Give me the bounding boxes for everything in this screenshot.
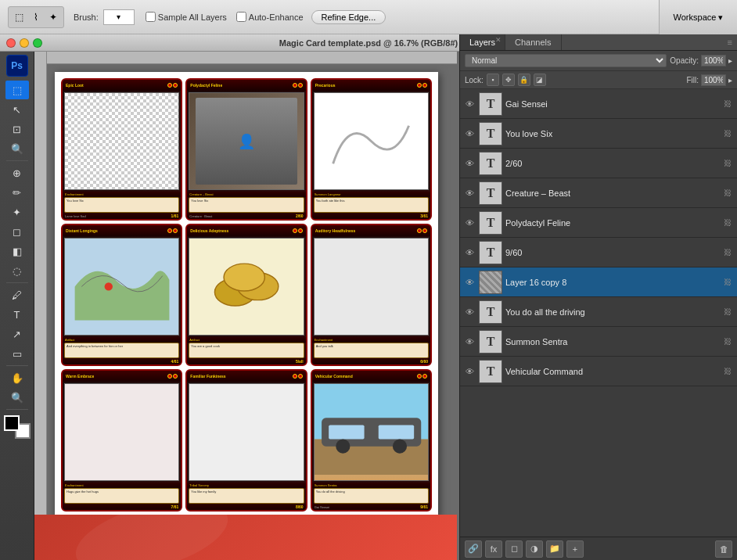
blend-mode-select[interactable]: Normal	[465, 54, 667, 67]
sample-all-layers-option[interactable]: Sample All Layers	[146, 12, 227, 22]
lock-transparent-icon[interactable]: ◪	[534, 74, 546, 86]
card-6-pt: 6/60	[420, 359, 428, 364]
crop-tool[interactable]: ⊡	[5, 120, 29, 138]
layer-eye-layer-copy[interactable]: 👁	[463, 276, 476, 289]
new-group-button[interactable]: 📁	[546, 540, 563, 558]
layer-eye-vehicular-command[interactable]: 👁	[463, 365, 476, 378]
new-layer-button[interactable]: +	[566, 540, 584, 558]
tool-separator-2	[6, 282, 28, 283]
brush-size-selector[interactable]: ▾	[103, 9, 135, 25]
lock-position-icon[interactable]: ✥	[502, 74, 515, 86]
tab-layers[interactable]: Layers ✕	[460, 34, 505, 50]
workspace-button[interactable]: Workspace ▾	[659, 0, 737, 34]
magic-wand-tool[interactable]: ✦	[45, 9, 62, 26]
mana-sym	[293, 83, 297, 88]
mana-sym	[293, 228, 297, 233]
select-tool[interactable]: ⬚	[10, 9, 27, 26]
eraser-tool[interactable]: ◻	[5, 222, 29, 241]
fx-button[interactable]: fx	[485, 540, 502, 558]
lock-pixel-icon[interactable]: ▪	[487, 74, 499, 86]
layer-eye-2-60[interactable]: 👁	[463, 157, 476, 170]
lock-all-icon[interactable]: 🔒	[518, 74, 530, 86]
opacity-input[interactable]	[701, 55, 726, 66]
layer-item-9-60[interactable]: 👁 T 9/60 ⛓	[460, 238, 737, 267]
card-1-pt: 1/61	[171, 214, 179, 218]
layer-eye-creature-beast[interactable]: 👁	[463, 187, 476, 199]
layer-eye-you-do-driving[interactable]: 👁	[463, 306, 476, 318]
fill-arrow[interactable]: ▸	[728, 76, 732, 84]
card-7: Warm Embrace Enchantment Hugs give the h…	[61, 369, 182, 512]
adjustment-layer-button[interactable]: ◑	[526, 540, 543, 558]
layer-item-summon-sentra[interactable]: 👁 T Summon Sentra ⛓	[460, 327, 737, 357]
blur-tool[interactable]: ◌	[5, 261, 29, 280]
window-close-button[interactable]	[6, 38, 16, 48]
tab-channels[interactable]: Channels	[505, 34, 561, 50]
selection-tool[interactable]: ⬚	[5, 81, 29, 99]
layer-item-gai-sensei[interactable]: 👁 T Gai Sensei ⛓	[460, 89, 737, 119]
layer-eye-polydactyl-feline[interactable]: 👁	[463, 217, 476, 229]
panel-menu-button[interactable]: ≡	[723, 34, 737, 50]
window-minimize-button[interactable]	[20, 38, 29, 48]
svg-rect-9	[378, 425, 413, 439]
layer-item-2-60[interactable]: 👁 T 2/60 ⛓	[460, 149, 737, 178]
card-2-title: Polydactyl Feline	[190, 83, 222, 88]
card-8: Familiar Funkiness Tribal Sorcery You li…	[185, 369, 307, 512]
layer-chain-polydactyl-feline: ⛓	[721, 217, 734, 229]
direct-select-tool[interactable]: ↖	[5, 100, 29, 119]
card-8-title: Familiar Funkiness	[190, 374, 225, 379]
refine-edge-button[interactable]: Refine Edge...	[311, 10, 386, 24]
card-9-image	[314, 383, 429, 481]
layer-eye-you-love-six[interactable]: 👁	[463, 127, 476, 140]
path-selection-tool[interactable]: ↗	[5, 325, 29, 343]
tool-select-group[interactable]: ⬚ ⌇ ✦	[8, 6, 64, 28]
layers-list[interactable]: 👁 T Gai Sensei ⛓ 👁 T You love Six ⛓ 👁 T …	[460, 89, 737, 537]
card-5-mana	[293, 228, 303, 233]
auto-enhance-option[interactable]: Auto-Enhance	[236, 12, 304, 22]
card-1-header: Epic Loot	[63, 80, 181, 91]
lasso-tool[interactable]: ⌇	[27, 9, 45, 26]
card-7-footer: 7/61	[63, 504, 181, 510]
healing-brush-tool[interactable]: ⊕	[5, 163, 29, 182]
link-layers-button[interactable]: 🔗	[465, 540, 482, 558]
auto-enhance-checkbox[interactable]	[236, 12, 246, 22]
add-mask-button[interactable]: ◻	[505, 540, 523, 558]
layer-item-polydactyl-feline[interactable]: 👁 T Polydactyl Feline ⛓	[460, 208, 737, 238]
layer-item-layer-copy[interactable]: 👁 Layer 16 copy 8 ⛓	[460, 267, 737, 297]
zoom-tool[interactable]: 🔍	[5, 388, 29, 407]
layer-eye-9-60[interactable]: 👁	[463, 246, 476, 259]
foreground-color[interactable]	[4, 415, 20, 431]
layer-item-vehicular-command[interactable]: 👁 T Vehicular Command ⛓	[460, 357, 737, 386]
card-6-header: Auditory Headfulness	[312, 225, 430, 236]
window-maximize-button[interactable]	[33, 38, 42, 48]
svg-point-4	[224, 264, 264, 291]
delete-layer-button[interactable]: 🗑	[715, 540, 732, 558]
clone-stamp-tool[interactable]: ✦	[5, 203, 29, 221]
canvas-container[interactable]: Epic Loot Enchantment You love Six Lame …	[47, 64, 457, 544]
opacity-arrow[interactable]: ▸	[728, 56, 732, 65]
layer-thumb-summon-sentra: T	[479, 330, 502, 354]
window-controls[interactable]	[6, 38, 42, 48]
layer-chain-2-60: ⛓	[721, 157, 734, 170]
pen-tool[interactable]: 🖊	[5, 285, 29, 304]
color-picker[interactable]	[4, 415, 31, 439]
gradient-tool[interactable]: ◧	[5, 242, 29, 260]
hand-tool[interactable]: ✋	[5, 368, 29, 387]
card-9-type: Summon Sentra	[312, 483, 430, 488]
shape-tool[interactable]: ▭	[5, 344, 29, 363]
mana-sym	[298, 228, 303, 233]
layer-eye-gai-sensei[interactable]: 👁	[463, 98, 476, 110]
layer-item-you-love-six[interactable]: 👁 T You love Six ⛓	[460, 119, 737, 149]
lock-label: Lock:	[465, 76, 484, 84]
eyedropper-tool[interactable]: 🔍	[5, 139, 29, 158]
sample-all-layers-checkbox[interactable]	[146, 12, 156, 22]
card-2-text: You love Six	[189, 197, 304, 213]
layer-item-creature-beast[interactable]: 👁 T Creature – Beast ⛓	[460, 178, 737, 208]
document-canvas[interactable]: Epic Loot Enchantment You love Six Lame …	[55, 72, 438, 518]
card-1-mana	[167, 83, 178, 88]
layer-item-you-do-driving[interactable]: 👁 T You do all the driving ⛓	[460, 297, 737, 327]
layer-eye-summon-sentra[interactable]: 👁	[463, 336, 476, 348]
brush-tool[interactable]: ✏	[5, 183, 29, 202]
mana-sym	[173, 83, 178, 88]
type-tool[interactable]: T	[5, 305, 29, 324]
fill-input[interactable]	[701, 74, 726, 86]
